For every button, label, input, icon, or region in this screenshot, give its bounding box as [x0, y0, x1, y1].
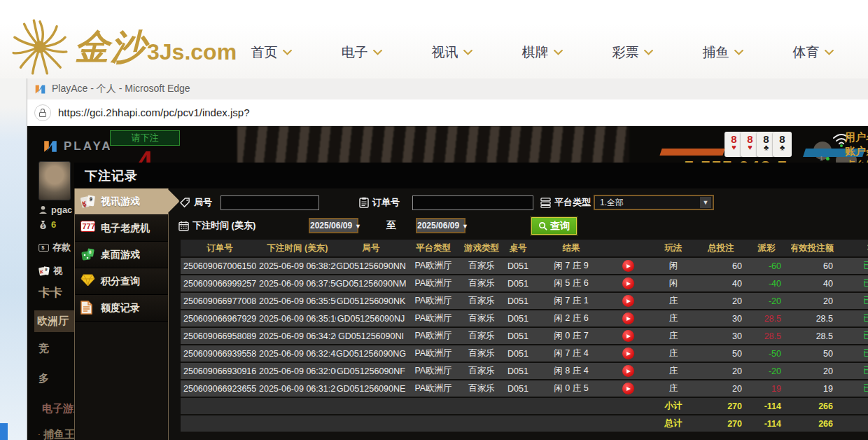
cell-bet: 40: [700, 275, 752, 291]
order-filter-label: 订单号: [359, 196, 400, 209]
bg-menu-item[interactable]: 捕鱼王: [38, 428, 75, 440]
cell-round: GD051256090NF: [336, 363, 406, 379]
order-number-input[interactable]: [412, 195, 533, 210]
cell-platform: [406, 415, 461, 432]
cell-status: 已派彩: [843, 275, 868, 291]
platform-filter-label: 平台类型: [540, 196, 591, 209]
nav-item-捕鱼[interactable]: 捕鱼: [678, 43, 768, 62]
replay-button[interactable]: [622, 277, 634, 289]
cell-bet: 270: [700, 415, 752, 432]
nav-item-彩票[interactable]: 彩票: [587, 43, 678, 62]
nav-item-电子[interactable]: 电子: [316, 43, 407, 62]
cell-result: [533, 398, 609, 414]
deposit-row[interactable]: $ 存款: [38, 241, 75, 254]
cell-order: 250609066967929: [181, 310, 256, 326]
bg-menu-item[interactable]: 卡卡: [38, 284, 75, 301]
cell-result: 闲 0 庄 7: [533, 328, 609, 344]
lock-icon[interactable]: [34, 104, 51, 121]
replay-button[interactable]: [622, 348, 634, 359]
date-to-picker[interactable]: 2025/06/09▼: [416, 218, 465, 233]
cell-round: GD051256090NI: [336, 328, 406, 344]
bg-menu-item[interactable]: 777 电子游戏: [38, 402, 75, 415]
replay-button[interactable]: [622, 312, 634, 324]
edge-titlebar[interactable]: PlayAce - 个人 - Microsoft Edge: [27, 78, 868, 99]
bg-menu-item[interactable]: 多: [38, 372, 75, 385]
cell-play: 庄: [647, 345, 700, 362]
cell-play_btn: [609, 293, 647, 309]
nav-item-体育[interactable]: 体育: [768, 43, 858, 62]
sidebar-item-视讯游戏[interactable]: K♥9视讯游戏: [75, 188, 168, 215]
cell-platform: PA欧洲厅: [406, 275, 461, 291]
cell-valid: 266: [791, 398, 843, 414]
search-button[interactable]: 查询: [531, 217, 577, 235]
calendar-icon: [178, 221, 189, 231]
cell-payout: 19: [752, 380, 791, 397]
cell-order: 订单号: [181, 240, 256, 256]
date-from-picker[interactable]: 2025/06/09▼: [309, 218, 358, 233]
svg-text:777: 777: [83, 222, 95, 231]
table-header-row: 订单号下注时间 (美东)局号平台类型游戏类型桌号结果玩法总投注派彩有效投注额状态: [181, 240, 868, 256]
bg-menu-item-active[interactable]: 欧洲厅: [34, 310, 75, 332]
chevron-down-icon: [644, 50, 653, 55]
sidebar-item-电子老虎机[interactable]: 777电子老虎机: [75, 215, 168, 242]
cell-round: GD051256090NM: [336, 275, 406, 291]
cell-order: 250609066999257: [181, 275, 256, 291]
sidebar-item-额度记录[interactable]: 额度记录: [75, 295, 168, 322]
cell-payout: 28.5: [752, 328, 791, 344]
window-title: PlayAce - 个人 - Microsoft Edge: [52, 83, 190, 95]
sidebar-item-label: 额度记录: [101, 302, 140, 315]
cell-platform: PA欧洲厅: [406, 345, 461, 362]
video-row[interactable]: K9 视: [38, 265, 75, 277]
cell-valid: 20: [791, 293, 843, 309]
url-text[interactable]: https://gci.2hhapi.com/pc/pcv1/index.jsp…: [58, 106, 250, 118]
cell-valid: 40: [791, 275, 843, 291]
sidebar-item-积分查询[interactable]: 积分查询: [75, 268, 168, 295]
video-games-cards-icon: K♥9: [80, 194, 96, 209]
nav-item-棋牌[interactable]: 棋牌: [497, 43, 587, 62]
sidebar-item-label: 积分查询: [101, 275, 140, 288]
replay-button[interactable]: [622, 383, 634, 394]
cell-table: D051: [503, 345, 533, 362]
cell-payout: 派彩: [752, 240, 791, 256]
sidebar-item-label: 电子老虎机: [101, 222, 150, 235]
cell-status: [843, 415, 868, 432]
cell-play: 庄: [647, 310, 700, 326]
modal-main: 局号 订单号 平台类型 1.全部 ▼: [169, 188, 868, 440]
replay-button[interactable]: [622, 330, 634, 342]
dealt-cards: 8♥8♥8♣8♣: [727, 132, 792, 157]
cell-order: 250609066939558: [181, 345, 256, 362]
nav-item-视讯[interactable]: 视讯: [407, 43, 497, 62]
cell-order: [181, 415, 256, 432]
betting-records-modal: 下注记录 K♥9视讯游戏777电子老虎机$桌面游戏积分查询额度记录 局号 订单号: [74, 163, 868, 440]
platform-type-select[interactable]: 1.全部 ▼: [594, 195, 714, 210]
cell-play_btn: [609, 258, 647, 274]
cell-status: 状态: [843, 240, 868, 256]
cell-order: 250609066930916: [181, 363, 256, 379]
cell-order: [181, 398, 256, 414]
avatar[interactable]: [38, 161, 71, 200]
round-filter-label: 局号: [180, 196, 212, 209]
bg-menu-item[interactable]: 竞: [38, 342, 75, 355]
site-logo[interactable]: 金沙 3Js.com: [10, 17, 237, 77]
cell-table: [503, 415, 533, 432]
cell-round: GD051256090NJ: [336, 310, 406, 326]
replay-button[interactable]: [622, 260, 634, 272]
edge-urlbar[interactable]: https://gci.2hhapi.com/pc/pcv1/index.jsp…: [27, 99, 868, 126]
cell-bet: 20: [700, 293, 752, 309]
nav-item-首页[interactable]: 首页: [226, 43, 316, 62]
cell-game: [461, 398, 503, 414]
cell-order: 250609066977008: [181, 293, 256, 309]
sidebar-item-桌面游戏[interactable]: $桌面游戏: [75, 242, 168, 268]
replay-button[interactable]: [622, 295, 634, 307]
svg-text:$: $: [42, 224, 45, 229]
replay-button[interactable]: [622, 365, 634, 377]
cell-play: 闲: [647, 258, 700, 274]
cell-result: [533, 415, 609, 432]
quota-document-icon: [80, 301, 96, 316]
cell-platform: PA欧洲厅: [406, 310, 461, 326]
cell-platform: [406, 398, 461, 414]
round-number-input[interactable]: [220, 195, 319, 210]
cell-result: 闲 0 庄 5: [533, 380, 609, 397]
cell-order: 250609067006150: [181, 258, 256, 274]
fish-icon: [38, 430, 40, 439]
